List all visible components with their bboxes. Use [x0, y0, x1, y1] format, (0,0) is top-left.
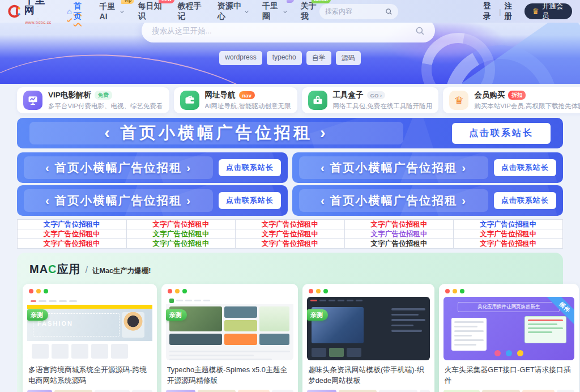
text-ad-link[interactable]: 文字广告位招租中: [236, 239, 345, 249]
main-nav: ⌂ 首页 千里AI vip 每日知识 new 教程手记 资源中心 千里圈 关于我…: [67, 1, 319, 22]
vip-button-label: 开通会员: [542, 2, 565, 21]
thumb-decor: [166, 347, 293, 360]
card-title[interactable]: 趣味头条资讯网站模板(带手机端)-织梦dede网站模板: [308, 364, 429, 386]
hash-tag[interactable]: # dedeCMS: [379, 390, 417, 392]
hash-tag[interactable]: # PH: [132, 390, 152, 392]
ad-banner-small[interactable]: ‹ 首页小横幅广告位招租 › 点击联系站长: [292, 185, 563, 216]
browser-dots-icon: [29, 289, 152, 293]
ad-banner-text: ‹ 首页小横幅广告位招租 ›: [24, 156, 213, 179]
nav-item-about[interactable]: 关于我 about: [301, 1, 319, 22]
feature-card-toolbox[interactable]: 工具盒子 GO › 网络工具包,免费在线工具随开随用: [302, 87, 439, 113]
contact-webmaster-button[interactable]: 点击联系站长: [494, 192, 556, 209]
mac-apps-section: MAC应用 / 让Mac生产力爆棚! 亲测 FASHION 多语言跨境商城系统全…: [17, 253, 563, 392]
hero-search-input[interactable]: [152, 27, 410, 35]
hot-tag[interactable]: 源码: [336, 51, 361, 65]
text-ad-link[interactable]: 文字广告位招租中: [18, 229, 127, 239]
thumb-decor: [27, 341, 152, 360]
text-ad-link[interactable]: 文字广告位招租中: [454, 220, 563, 229]
nav-label: 千里AI: [100, 2, 118, 21]
header-search[interactable]: [319, 4, 398, 19]
resource-card[interactable]: 插件 美化应用插件让网页焕然新生 火车头采集器GET接口-GET请求接口插件 1…: [439, 284, 579, 392]
nav-item-home[interactable]: ⌂ 首页: [67, 1, 84, 22]
resource-card[interactable]: 亲测 Typecho主题模板-Spimes x5.0主题全开源源码精修版 ¥18…: [161, 284, 298, 392]
resource-card[interactable]: 亲测 趣味头条资讯网站模板(带手机端)-织梦dede网站模板 ¥28.8 精品源…: [302, 284, 434, 392]
header-search-input[interactable]: [325, 7, 382, 15]
wallet-icon: [180, 91, 199, 110]
feature-card-vip[interactable]: ♛ 会员购买 折扣 购买本站VIP会员,高权限下载抢先体验: [443, 87, 580, 113]
chevron-down-icon: [283, 9, 287, 12]
feature-title: 会员购买: [474, 90, 505, 100]
text-ad-link[interactable]: 文字广告位招租中: [126, 239, 236, 249]
price-badge: ¥32: [27, 390, 52, 392]
login-link[interactable]: 登录: [483, 1, 496, 22]
free-badge: 免费: [95, 91, 112, 100]
repo-badge[interactable]: 资源库: [522, 390, 555, 392]
hash-tag[interactable]: #: [420, 390, 430, 392]
nav-item-ai[interactable]: 千里AI vip: [100, 2, 123, 21]
thumb-decor: [27, 297, 152, 305]
feature-desc: 网络工具包,免费在线工具随开随用: [333, 102, 433, 110]
thumb-decor: [312, 348, 361, 357]
text-ad-link[interactable]: 文字广告位招租中: [126, 229, 236, 239]
feature-desc: AI网址导航,智能驱动创意无限: [205, 102, 291, 110]
card-title[interactable]: 火车头采集器GET接口-GET请求接口插件: [445, 364, 573, 386]
category-badge[interactable]: 精品源码: [339, 390, 377, 392]
hero-search[interactable]: [142, 23, 435, 42]
nav-item-tutorials[interactable]: 教程手记: [178, 1, 203, 22]
category-badge[interactable]: 精品源码: [54, 390, 92, 392]
top-header: 千里网 - www.bdbc.cc - ⌂ 首页 千里AI vip 每日知识 n…: [0, 0, 580, 23]
hash-tag[interactable]: # 火: [557, 390, 574, 392]
ad-banner-large[interactable]: ‹ 首页小横幅广告位招租 › 点击联系站长: [17, 118, 563, 148]
text-ad-link[interactable]: 文字广告位招租中: [344, 239, 454, 249]
contact-webmaster-button[interactable]: 点击联系站长: [219, 192, 281, 209]
card-thumbnail: 插件 美化应用插件让网页焕然新生: [443, 297, 574, 360]
ad-banner-small[interactable]: ‹ 首页小横幅广告位招租 › 点击联系站长: [292, 152, 563, 183]
feature-card-nav[interactable]: 网址导航 nav AI网址导航,智能驱动创意无限: [174, 87, 297, 113]
text-ad-link[interactable]: 文字广告位招租中: [454, 229, 563, 239]
nav-item-circle[interactable]: 千里圈: [262, 1, 286, 22]
ad-banner-small[interactable]: ‹ 首页小横幅广告位招租 › 点击联系站长: [17, 185, 288, 216]
card-tags: 100积分 综合资源 资源库 # 火: [443, 390, 574, 392]
ad-banner-text: ‹ 首页小横幅广告位招租 ›: [299, 156, 488, 179]
ad-banner-small[interactable]: ‹ 首页小横幅广告位招租 › 点击联系站长: [17, 152, 288, 183]
card-thumbnail: 亲测: [166, 297, 293, 360]
hash-tag[interactable]: # Typ: [272, 390, 293, 392]
contact-webmaster-button[interactable]: 点击联系站长: [452, 123, 551, 144]
tested-badge: 亲测: [307, 309, 328, 321]
category-badge[interactable]: 精品源码: [198, 390, 236, 392]
contact-webmaster-button[interactable]: 点击联系站长: [219, 159, 281, 176]
ad-banner-grid: ‹ 首页小横幅广告位招租 › 点击联系站长 ‹ 首页小横幅广告位招租 › 点击联…: [17, 152, 563, 216]
thumb-decor: [451, 318, 487, 351]
section-divider: /: [86, 265, 88, 275]
card-title[interactable]: 多语言跨境商城系统全开源源码-跨境电商网站系统源码: [28, 364, 151, 386]
register-link[interactable]: 注册: [504, 1, 517, 22]
contact-webmaster-button[interactable]: 点击联系站长: [494, 159, 556, 176]
chevron-down-icon: [121, 9, 124, 12]
repo-badge[interactable]: 资源库: [238, 390, 270, 392]
hot-tag[interactable]: typecho: [267, 51, 302, 65]
nav-item-daily[interactable]: 每日知识 new: [138, 1, 163, 22]
text-ad-link[interactable]: 文字广告位招租中: [18, 220, 127, 229]
text-ad-link[interactable]: 文字广告位招租中: [236, 229, 345, 239]
site-logo[interactable]: 千里网 - www.bdbc.cc -: [8, 0, 52, 28]
hash-tag[interactable]: # 跨境电商: [95, 390, 130, 392]
feature-desc: 购买本站VIP会员,高权限下载抢先体验: [474, 102, 580, 110]
feature-card-movie[interactable]: VIP电影解析 免费 多平台VIP付费电影、电视、综艺免费看: [17, 87, 169, 113]
text-ad-link[interactable]: 文字广告位招租中: [344, 220, 454, 229]
card-title[interactable]: Typecho主题模板-Spimes x5.0主题全开源源码精修版: [167, 364, 292, 386]
text-ad-link[interactable]: 文字广告位招租中: [454, 239, 563, 249]
text-ad-link[interactable]: 文字广告位招租中: [126, 220, 236, 229]
category-badge[interactable]: 综合资源: [482, 390, 520, 392]
text-ad-link[interactable]: 文字广告位招租中: [236, 220, 345, 229]
open-vip-button[interactable]: ♛ 开通会员: [524, 3, 572, 19]
text-ad-link[interactable]: 文字广告位招租中: [344, 229, 454, 239]
resource-card[interactable]: 亲测 FASHION 多语言跨境商城系统全开源源码-跨境电商网站系统源码 ¥32…: [23, 284, 157, 392]
text-ad-link[interactable]: 文字广告位招租中: [18, 239, 127, 249]
nav-label: 首页: [74, 1, 85, 22]
hot-tag[interactable]: wordpress: [219, 51, 262, 65]
nav-item-resources[interactable]: 资源中心: [218, 1, 248, 22]
about-badge: about: [312, 0, 331, 3]
hot-tag[interactable]: 自学: [306, 51, 331, 65]
thumb-decor: [391, 308, 425, 335]
thumb-caption: FASHION: [37, 320, 73, 327]
